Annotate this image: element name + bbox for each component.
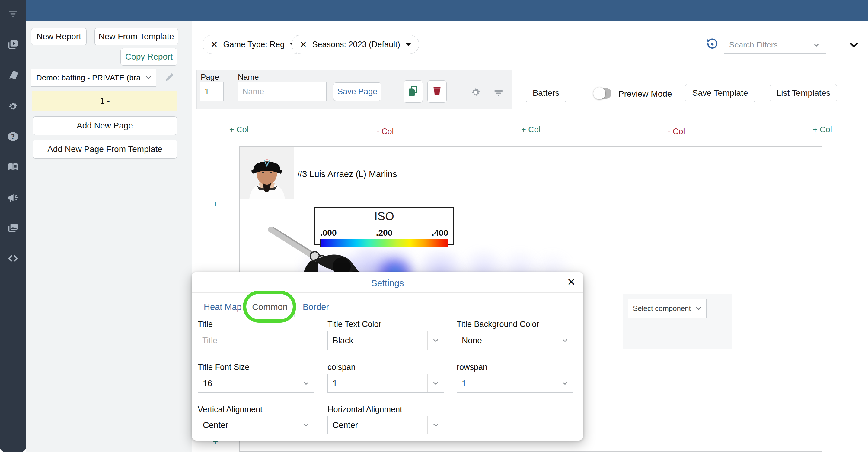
page-indicator: 1 - <box>100 96 110 106</box>
chevron-down-icon[interactable] <box>298 416 314 434</box>
tab-heat-map[interactable]: Heat Map <box>204 302 242 312</box>
chevron-down-icon[interactable] <box>557 332 573 349</box>
megaphone-icon[interactable] <box>6 191 20 204</box>
report-select-value: Demo: batting - PRIVATE (brad... <box>31 69 141 86</box>
colspan-select[interactable]: 1 <box>328 374 444 393</box>
gear-icon[interactable] <box>6 100 20 113</box>
vertical-alignment-select[interactable]: Center <box>198 416 314 434</box>
title-text-color-label: Title Text Color <box>328 320 381 329</box>
tabs-divider <box>192 317 583 317</box>
chevron-down-icon[interactable] <box>427 332 444 349</box>
title-font-size-value: 16 <box>198 374 298 393</box>
title-text-color-value: Black <box>328 332 427 349</box>
colspan-value: 1 <box>328 374 427 393</box>
page-settings-gear-icon[interactable] <box>470 86 482 98</box>
delete-page-button[interactable] <box>427 80 447 103</box>
filter-icon[interactable] <box>6 7 20 20</box>
batters-button[interactable]: Batters <box>526 84 566 103</box>
rowspan-label: rowspan <box>457 363 488 372</box>
help-icon[interactable]: ? <box>6 130 20 143</box>
title-background-color-label: Title Background Color <box>457 320 539 329</box>
remove-col-button[interactable]: - Col <box>660 127 693 136</box>
list-templates-button[interactable]: List Templates <box>770 84 837 103</box>
filter-chip-label: Game Type: Reg <box>223 40 285 49</box>
trash-icon <box>431 85 443 98</box>
video-library-icon[interactable] <box>6 38 20 51</box>
new-report-button[interactable]: New Report <box>31 28 87 45</box>
horizontal-alignment-select[interactable]: Center <box>328 416 444 434</box>
save-page-button[interactable]: Save Page <box>333 83 381 101</box>
chevron-down-icon[interactable] <box>141 69 156 86</box>
filter-history-icon[interactable] <box>706 37 719 51</box>
remove-col-button[interactable]: - Col <box>369 127 402 136</box>
horizontal-alignment-value: Center <box>328 416 427 434</box>
add-col-button[interactable]: + Col <box>806 125 839 135</box>
code-icon[interactable] <box>6 252 20 265</box>
horizontal-alignment-label: Horizontal Alignment <box>328 405 402 414</box>
title-input[interactable] <box>198 331 314 350</box>
tab-border[interactable]: Border <box>303 302 329 312</box>
filter-bar-divider <box>192 59 868 59</box>
settings-modal: Settings ✕ Heat Map Common Border Title … <box>192 272 583 441</box>
copy-report-button[interactable]: Copy Report <box>120 48 178 65</box>
page-filter-icon[interactable] <box>493 87 504 98</box>
remove-filter-icon[interactable]: ✕ <box>211 39 218 50</box>
images-icon[interactable] <box>6 221 20 234</box>
edit-pencil-icon[interactable] <box>164 71 175 83</box>
chevron-down-icon[interactable] <box>427 374 444 393</box>
chevron-down-icon[interactable] <box>807 36 826 54</box>
add-new-page-from-template-button[interactable]: Add New Page From Template <box>33 140 177 159</box>
modal-title: Settings <box>192 278 583 288</box>
search-filters-select[interactable]: Search Filters <box>724 36 826 54</box>
title-label: Title <box>198 320 213 329</box>
filter-chip-seasons[interactable]: ✕ Seasons: 2023 (Default) <box>291 35 419 54</box>
chevron-down-icon[interactable] <box>427 416 444 434</box>
title-background-color-value: None <box>457 332 557 349</box>
svg-text:?: ? <box>11 133 15 141</box>
title-text-color-select[interactable]: Black <box>328 331 444 350</box>
preview-mode-label: Preview Mode <box>618 88 672 100</box>
chevron-down-icon[interactable] <box>298 374 314 393</box>
chevron-down-icon[interactable] <box>406 43 411 46</box>
book-icon[interactable] <box>6 160 20 173</box>
iso-legend: ISO .000 .200 .400 <box>314 207 454 245</box>
page-name-input[interactable] <box>238 82 327 101</box>
modal-divider <box>192 292 583 293</box>
title-font-size-label: Title Font Size <box>198 363 250 372</box>
component-select[interactable]: Select component <box>628 299 707 318</box>
chevron-down-icon[interactable] <box>691 300 706 317</box>
add-col-button[interactable]: + Col <box>222 125 256 135</box>
close-icon[interactable]: ✕ <box>567 277 576 287</box>
toggle-knob <box>593 87 606 100</box>
vertical-alignment-value: Center <box>198 416 298 434</box>
app-screen: ? New Report New From Template Copy Repo… <box>0 0 868 452</box>
report-select[interactable]: Demo: batting - PRIVATE (brad... <box>31 68 156 87</box>
filter-chip-label: Seasons: 2023 (Default) <box>312 40 400 49</box>
top-navbar <box>26 0 868 21</box>
add-col-button[interactable]: + Col <box>514 125 548 135</box>
new-from-template-button[interactable]: New From Template <box>94 28 178 45</box>
title-font-size-select[interactable]: 16 <box>198 374 314 393</box>
chevron-down-icon[interactable] <box>557 374 573 393</box>
vertical-alignment-label: Vertical Alignment <box>198 405 262 414</box>
collapse-filters-chevron-icon[interactable] <box>847 39 860 51</box>
filter-chip-game-type[interactable]: ✕ Game Type: Reg <box>203 35 304 54</box>
add-row-button[interactable]: + <box>213 199 218 209</box>
add-new-page-button[interactable]: Add New Page <box>33 116 177 135</box>
page-list-item-1[interactable]: 1 - <box>32 91 178 111</box>
page-number-input[interactable] <box>200 82 224 101</box>
cards-icon[interactable] <box>6 69 20 82</box>
copy-icon <box>407 85 419 99</box>
legend-gradient-bar <box>320 239 448 247</box>
player-headshot <box>240 147 294 199</box>
search-filters-placeholder: Search Filters <box>724 36 807 54</box>
rowspan-select[interactable]: 1 <box>457 374 574 393</box>
remove-filter-icon[interactable]: ✕ <box>300 39 307 50</box>
legend-tick-high: .400 <box>432 228 448 238</box>
tab-common[interactable]: Common <box>245 297 294 317</box>
rowspan-value: 1 <box>457 374 557 393</box>
title-background-color-select[interactable]: None <box>457 331 574 350</box>
save-template-button[interactable]: Save Template <box>685 84 755 103</box>
duplicate-page-button[interactable] <box>404 80 423 103</box>
preview-mode-toggle[interactable] <box>594 88 612 99</box>
